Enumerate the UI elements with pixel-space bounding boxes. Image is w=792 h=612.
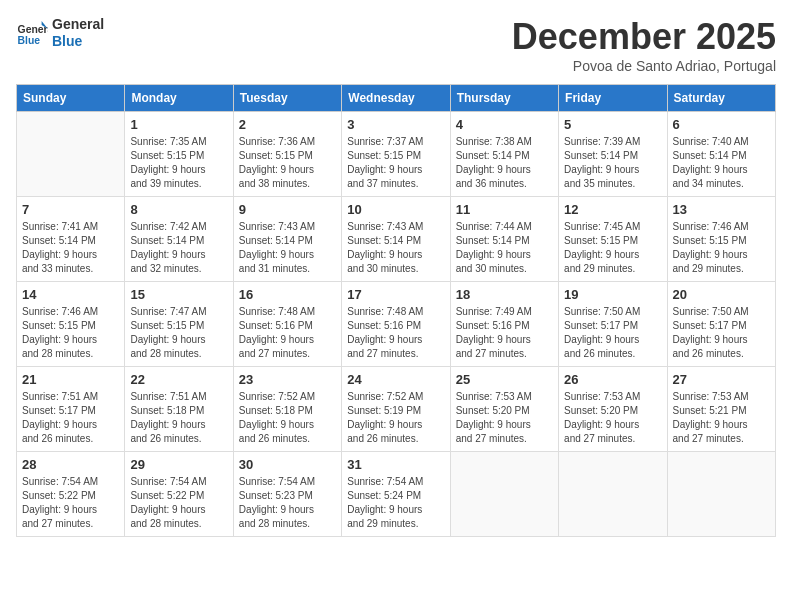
- day-info: Sunrise: 7:46 AM Sunset: 5:15 PM Dayligh…: [673, 220, 770, 276]
- day-number: 3: [347, 117, 444, 132]
- logo-line1: General: [52, 16, 104, 33]
- day-info: Sunrise: 7:52 AM Sunset: 5:18 PM Dayligh…: [239, 390, 336, 446]
- day-number: 29: [130, 457, 227, 472]
- day-cell: 15Sunrise: 7:47 AM Sunset: 5:15 PM Dayli…: [125, 282, 233, 367]
- day-info: Sunrise: 7:36 AM Sunset: 5:15 PM Dayligh…: [239, 135, 336, 191]
- day-number: 1: [130, 117, 227, 132]
- day-info: Sunrise: 7:50 AM Sunset: 5:17 PM Dayligh…: [673, 305, 770, 361]
- day-info: Sunrise: 7:53 AM Sunset: 5:20 PM Dayligh…: [456, 390, 553, 446]
- day-cell: 16Sunrise: 7:48 AM Sunset: 5:16 PM Dayli…: [233, 282, 341, 367]
- day-number: 12: [564, 202, 661, 217]
- day-number: 2: [239, 117, 336, 132]
- day-number: 7: [22, 202, 119, 217]
- day-cell: 23Sunrise: 7:52 AM Sunset: 5:18 PM Dayli…: [233, 367, 341, 452]
- day-cell: 30Sunrise: 7:54 AM Sunset: 5:23 PM Dayli…: [233, 452, 341, 537]
- day-cell: 10Sunrise: 7:43 AM Sunset: 5:14 PM Dayli…: [342, 197, 450, 282]
- day-number: 22: [130, 372, 227, 387]
- day-number: 28: [22, 457, 119, 472]
- day-info: Sunrise: 7:40 AM Sunset: 5:14 PM Dayligh…: [673, 135, 770, 191]
- day-info: Sunrise: 7:39 AM Sunset: 5:14 PM Dayligh…: [564, 135, 661, 191]
- day-cell: 20Sunrise: 7:50 AM Sunset: 5:17 PM Dayli…: [667, 282, 775, 367]
- day-cell: 8Sunrise: 7:42 AM Sunset: 5:14 PM Daylig…: [125, 197, 233, 282]
- header-saturday: Saturday: [667, 85, 775, 112]
- day-number: 24: [347, 372, 444, 387]
- header-sunday: Sunday: [17, 85, 125, 112]
- calendar-table: SundayMondayTuesdayWednesdayThursdayFrid…: [16, 84, 776, 537]
- day-info: Sunrise: 7:54 AM Sunset: 5:22 PM Dayligh…: [22, 475, 119, 531]
- day-cell: 14Sunrise: 7:46 AM Sunset: 5:15 PM Dayli…: [17, 282, 125, 367]
- day-cell: 28Sunrise: 7:54 AM Sunset: 5:22 PM Dayli…: [17, 452, 125, 537]
- day-cell: 26Sunrise: 7:53 AM Sunset: 5:20 PM Dayli…: [559, 367, 667, 452]
- logo-line2: Blue: [52, 33, 104, 50]
- day-info: Sunrise: 7:54 AM Sunset: 5:23 PM Dayligh…: [239, 475, 336, 531]
- day-info: Sunrise: 7:46 AM Sunset: 5:15 PM Dayligh…: [22, 305, 119, 361]
- week-row-2: 7Sunrise: 7:41 AM Sunset: 5:14 PM Daylig…: [17, 197, 776, 282]
- day-number: 26: [564, 372, 661, 387]
- day-number: 19: [564, 287, 661, 302]
- day-number: 23: [239, 372, 336, 387]
- day-number: 15: [130, 287, 227, 302]
- day-cell: 4Sunrise: 7:38 AM Sunset: 5:14 PM Daylig…: [450, 112, 558, 197]
- day-number: 14: [22, 287, 119, 302]
- day-cell: 5Sunrise: 7:39 AM Sunset: 5:14 PM Daylig…: [559, 112, 667, 197]
- day-cell: 31Sunrise: 7:54 AM Sunset: 5:24 PM Dayli…: [342, 452, 450, 537]
- day-number: 20: [673, 287, 770, 302]
- day-number: 31: [347, 457, 444, 472]
- day-info: Sunrise: 7:52 AM Sunset: 5:19 PM Dayligh…: [347, 390, 444, 446]
- header-monday: Monday: [125, 85, 233, 112]
- day-cell: 22Sunrise: 7:51 AM Sunset: 5:18 PM Dayli…: [125, 367, 233, 452]
- day-number: 6: [673, 117, 770, 132]
- logo: General Blue General Blue: [16, 16, 104, 50]
- day-number: 13: [673, 202, 770, 217]
- day-cell: 17Sunrise: 7:48 AM Sunset: 5:16 PM Dayli…: [342, 282, 450, 367]
- day-info: Sunrise: 7:44 AM Sunset: 5:14 PM Dayligh…: [456, 220, 553, 276]
- day-info: Sunrise: 7:51 AM Sunset: 5:17 PM Dayligh…: [22, 390, 119, 446]
- day-cell: 25Sunrise: 7:53 AM Sunset: 5:20 PM Dayli…: [450, 367, 558, 452]
- day-info: Sunrise: 7:38 AM Sunset: 5:14 PM Dayligh…: [456, 135, 553, 191]
- day-info: Sunrise: 7:48 AM Sunset: 5:16 PM Dayligh…: [347, 305, 444, 361]
- calendar-header-row: SundayMondayTuesdayWednesdayThursdayFrid…: [17, 85, 776, 112]
- day-info: Sunrise: 7:48 AM Sunset: 5:16 PM Dayligh…: [239, 305, 336, 361]
- day-cell: 29Sunrise: 7:54 AM Sunset: 5:22 PM Dayli…: [125, 452, 233, 537]
- week-row-3: 14Sunrise: 7:46 AM Sunset: 5:15 PM Dayli…: [17, 282, 776, 367]
- svg-text:Blue: Blue: [18, 35, 41, 46]
- page-header: General Blue General Blue December 2025 …: [16, 16, 776, 74]
- day-info: Sunrise: 7:43 AM Sunset: 5:14 PM Dayligh…: [239, 220, 336, 276]
- day-cell: 18Sunrise: 7:49 AM Sunset: 5:16 PM Dayli…: [450, 282, 558, 367]
- day-info: Sunrise: 7:45 AM Sunset: 5:15 PM Dayligh…: [564, 220, 661, 276]
- title-block: December 2025 Povoa de Santo Adriao, Por…: [512, 16, 776, 74]
- week-row-4: 21Sunrise: 7:51 AM Sunset: 5:17 PM Dayli…: [17, 367, 776, 452]
- day-cell: 1Sunrise: 7:35 AM Sunset: 5:15 PM Daylig…: [125, 112, 233, 197]
- day-cell: 13Sunrise: 7:46 AM Sunset: 5:15 PM Dayli…: [667, 197, 775, 282]
- day-number: 21: [22, 372, 119, 387]
- day-info: Sunrise: 7:50 AM Sunset: 5:17 PM Dayligh…: [564, 305, 661, 361]
- day-info: Sunrise: 7:53 AM Sunset: 5:21 PM Dayligh…: [673, 390, 770, 446]
- day-number: 8: [130, 202, 227, 217]
- day-info: Sunrise: 7:53 AM Sunset: 5:20 PM Dayligh…: [564, 390, 661, 446]
- day-number: 18: [456, 287, 553, 302]
- day-info: Sunrise: 7:41 AM Sunset: 5:14 PM Dayligh…: [22, 220, 119, 276]
- day-number: 5: [564, 117, 661, 132]
- day-number: 30: [239, 457, 336, 472]
- day-number: 16: [239, 287, 336, 302]
- day-cell: [559, 452, 667, 537]
- day-cell: 3Sunrise: 7:37 AM Sunset: 5:15 PM Daylig…: [342, 112, 450, 197]
- day-cell: 2Sunrise: 7:36 AM Sunset: 5:15 PM Daylig…: [233, 112, 341, 197]
- day-cell: 12Sunrise: 7:45 AM Sunset: 5:15 PM Dayli…: [559, 197, 667, 282]
- day-number: 11: [456, 202, 553, 217]
- day-cell: 7Sunrise: 7:41 AM Sunset: 5:14 PM Daylig…: [17, 197, 125, 282]
- day-info: Sunrise: 7:35 AM Sunset: 5:15 PM Dayligh…: [130, 135, 227, 191]
- week-row-5: 28Sunrise: 7:54 AM Sunset: 5:22 PM Dayli…: [17, 452, 776, 537]
- day-cell: 19Sunrise: 7:50 AM Sunset: 5:17 PM Dayli…: [559, 282, 667, 367]
- day-cell: [17, 112, 125, 197]
- header-wednesday: Wednesday: [342, 85, 450, 112]
- header-friday: Friday: [559, 85, 667, 112]
- day-cell: [667, 452, 775, 537]
- week-row-1: 1Sunrise: 7:35 AM Sunset: 5:15 PM Daylig…: [17, 112, 776, 197]
- day-cell: 24Sunrise: 7:52 AM Sunset: 5:19 PM Dayli…: [342, 367, 450, 452]
- day-cell: [450, 452, 558, 537]
- day-number: 27: [673, 372, 770, 387]
- logo-icon: General Blue: [16, 17, 48, 49]
- day-info: Sunrise: 7:42 AM Sunset: 5:14 PM Dayligh…: [130, 220, 227, 276]
- day-cell: 27Sunrise: 7:53 AM Sunset: 5:21 PM Dayli…: [667, 367, 775, 452]
